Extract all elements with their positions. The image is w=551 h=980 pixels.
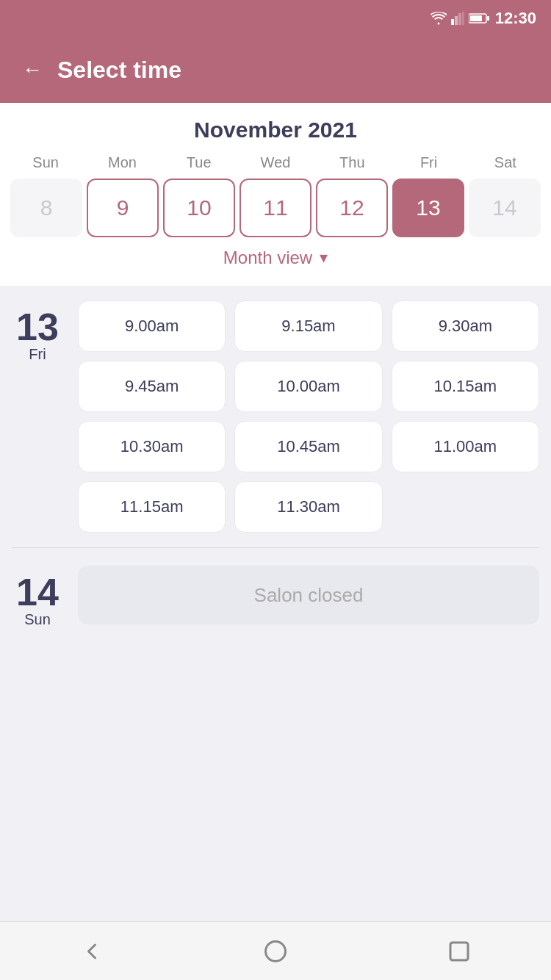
time-slot-1115am[interactable]: 11.15am [78, 481, 226, 533]
time-slot-945am[interactable]: 9.45am [78, 361, 226, 412]
svg-rect-3 [462, 12, 464, 25]
home-nav-icon [262, 938, 289, 965]
day-block-13: 13 Fri 9.00am 9.15am 9.30am 9.45am 10.00… [12, 300, 539, 533]
status-time: 12:30 [495, 9, 536, 28]
time-slot-1030am[interactable]: 10.30am [78, 421, 226, 472]
time-slot-1045am[interactable]: 10.45am [234, 421, 382, 472]
day-block-14: 14 Sun Salon closed [12, 566, 539, 628]
weekday-sat: Sat [467, 154, 544, 171]
date-cell-11[interactable]: 11 [240, 179, 311, 237]
time-slot-930am[interactable]: 9.30am [392, 300, 539, 352]
page-title: Select time [57, 57, 181, 84]
time-slot-1100am[interactable]: 11.00am [392, 421, 539, 472]
time-slot-915am[interactable]: 9.15am [234, 300, 382, 352]
back-nav-icon [79, 938, 105, 965]
weekday-tue: Tue [161, 154, 237, 171]
weekday-fri: Fri [390, 154, 467, 171]
weekday-sun: Sun [7, 154, 84, 171]
svg-point-7 [266, 941, 286, 961]
weekday-row: Sun Mon Tue Wed Thu Fri Sat [7, 154, 544, 171]
day-number-13: 13 [16, 308, 59, 346]
salon-closed-label: Salon closed [254, 584, 364, 607]
day-name-14: Sun [24, 611, 51, 628]
nav-back-button[interactable] [79, 938, 105, 965]
month-view-label: Month view [223, 248, 312, 268]
month-year-label: November 2021 [7, 118, 544, 143]
back-button[interactable]: ← [22, 60, 43, 80]
slots-grid-13: 9.00am 9.15am 9.30am 9.45am 10.00am 10.1… [78, 300, 539, 533]
svg-rect-8 [450, 943, 468, 960]
day-name-13: Fri [29, 346, 46, 363]
time-slot-900am[interactable]: 9.00am [78, 300, 226, 352]
chevron-down-icon: ▾ [320, 248, 328, 267]
calendar-section: November 2021 Sun Mon Tue Wed Thu Fri Sa… [0, 103, 551, 286]
weekday-thu: Thu [314, 154, 390, 171]
salon-closed-box: Salon closed [78, 566, 539, 624]
signal-icon [451, 12, 464, 25]
slots-section: 13 Fri 9.00am 9.15am 9.30am 9.45am 10.00… [0, 286, 551, 657]
svg-rect-6 [470, 15, 482, 21]
svg-rect-0 [451, 19, 454, 25]
date-cell-10[interactable]: 10 [163, 179, 235, 237]
wifi-icon [431, 12, 447, 25]
svg-rect-5 [487, 16, 489, 21]
dates-row: 8 9 10 11 12 13 14 [7, 179, 544, 237]
time-slot-1015am[interactable]: 10.15am [392, 361, 539, 412]
day-number-14: 14 [16, 573, 59, 611]
status-bar: 12:30 [0, 0, 551, 37]
date-cell-14[interactable]: 14 [469, 179, 541, 237]
day-divider [12, 547, 539, 548]
nav-home-button[interactable] [262, 938, 289, 965]
nav-recent-button[interactable] [446, 938, 472, 965]
bottom-navigation [0, 921, 551, 980]
page-header: ← Select time [0, 37, 551, 103]
date-cell-12[interactable]: 12 [316, 179, 388, 237]
weekday-mon: Mon [84, 154, 160, 171]
salon-closed-wrapper: Salon closed [78, 566, 539, 628]
svg-rect-2 [458, 13, 461, 25]
svg-rect-1 [455, 16, 458, 25]
time-slot-1130am[interactable]: 11.30am [234, 481, 382, 533]
time-slot-1000am[interactable]: 10.00am [234, 361, 382, 412]
date-cell-13[interactable]: 13 [392, 179, 464, 237]
date-cell-9[interactable]: 9 [87, 179, 159, 237]
day-label-14: 14 Sun [12, 566, 63, 628]
month-view-toggle[interactable]: Month view ▾ [7, 237, 544, 271]
weekday-wed: Wed [237, 154, 314, 171]
battery-icon [469, 12, 489, 24]
recent-nav-icon [446, 938, 472, 965]
status-icons [431, 12, 489, 25]
day-label-13: 13 Fri [12, 300, 63, 533]
date-cell-8[interactable]: 8 [10, 179, 82, 237]
